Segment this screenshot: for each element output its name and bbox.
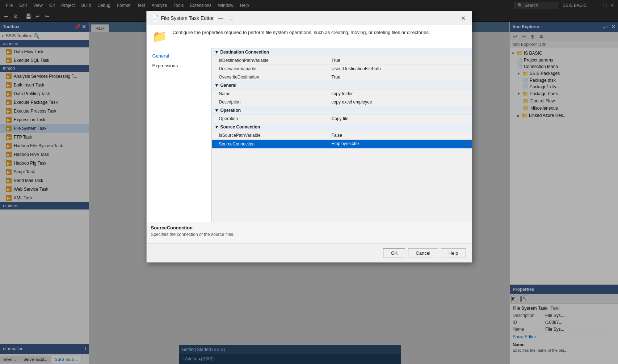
dialog-nav-general[interactable]: General — [147, 51, 211, 61]
row-description-val: copy excel employee — [329, 98, 472, 106]
row-dest-variable-key: DestinationVariable — [212, 65, 329, 73]
op-toggle-icon: ▼ — [215, 108, 219, 113]
row-dest-variable[interactable]: DestinationVariable User::DestinationFil… — [212, 65, 472, 73]
row-is-src-path-var[interactable]: IsSourcePathVariable False — [212, 131, 472, 140]
dialog-title-text: File System Task Editor — [161, 15, 214, 21]
src-toggle-icon: ▼ — [215, 124, 219, 130]
dest-section-label: Destination Connection — [220, 50, 269, 55]
dest-toggle-icon: ▼ — [215, 50, 219, 55]
row-name-val: copy folder — [329, 90, 472, 98]
row-source-connection[interactable]: SourceConnection Employee.xlsx ▼ — [212, 140, 472, 149]
row-is-src-path-var-key: IsSourcePathVariable — [212, 131, 329, 140]
dialog-minimize-btn[interactable]: — — [217, 14, 225, 22]
src-section-label: Source Connection — [220, 124, 260, 130]
row-source-connection-key: SourceConnection — [212, 140, 329, 149]
dialog-title-icon: 📄 — [151, 14, 158, 22]
row-description-key: Description — [212, 98, 329, 106]
dialog-nav-expressions[interactable]: Expressions — [147, 61, 211, 71]
op-section-label: Operation — [220, 108, 241, 113]
row-operation-val: Copy file — [329, 115, 472, 123]
dialog-ok-button[interactable]: OK — [383, 248, 405, 258]
row-dest-variable-val: User::DestinationFilePath — [329, 65, 472, 73]
dialog-footer-desc: SourceConnection Specifies the connectio… — [147, 222, 472, 244]
row-is-dest-path-var-val: True — [329, 56, 472, 65]
row-name[interactable]: Name copy folder — [212, 90, 472, 98]
file-system-task-editor-dialog: 📄 File System Task Editor — □ ✕ 📁 Config… — [146, 11, 472, 263]
dialog-footer-description: Specifies the connection of the source f… — [151, 232, 467, 237]
dialog-titlebar: 📄 File System Task Editor — □ ✕ — [147, 11, 472, 25]
row-is-src-path-var-val: False — [329, 131, 472, 140]
modal-overlay: 📄 File System Task Editor — □ ✕ 📁 Config… — [0, 0, 618, 364]
property-table: ▼ Destination Connection IsDestinationPa… — [212, 48, 472, 149]
dialog-buttons: OK Cancel Help — [147, 244, 472, 262]
section-general[interactable]: ▼ General — [212, 81, 472, 90]
row-operation[interactable]: Operation Copy file — [212, 115, 472, 123]
row-name-key: Name — [212, 90, 329, 98]
row-is-dest-path-var[interactable]: IsDestinationPathVariable True — [212, 56, 472, 65]
gen-section-label: General — [220, 83, 236, 88]
dialog-body: General Expressions ▼ Destination Connec… — [147, 48, 472, 222]
row-overwrite-dest-val: True — [329, 73, 472, 81]
dialog-header-desc: 📁 Configure the properties required to p… — [147, 25, 472, 48]
dialog-cancel-button[interactable]: Cancel — [408, 248, 438, 258]
row-is-dest-path-var-key: IsDestinationPathVariable — [212, 56, 329, 65]
dialog-description: Configure the properties required to per… — [173, 30, 430, 35]
section-operation[interactable]: ▼ Operation — [212, 106, 472, 115]
gen-toggle-icon: ▼ — [215, 83, 219, 88]
row-description[interactable]: Description copy excel employee — [212, 98, 472, 106]
section-source-connection[interactable]: ▼ Source Connection — [212, 123, 472, 131]
section-destination-connection[interactable]: ▼ Destination Connection — [212, 48, 472, 56]
dialog-content-area: ▼ Destination Connection IsDestinationPa… — [212, 48, 472, 222]
dialog-big-icon: 📁 — [152, 30, 167, 43]
dialog-maximize-btn[interactable]: □ — [228, 14, 236, 22]
row-source-connection-val: Employee.xlsx ▼ — [329, 140, 472, 149]
dialog-left-nav: General Expressions — [147, 48, 212, 222]
dialog-close-btn[interactable]: ✕ — [459, 14, 467, 22]
source-connection-dropdown[interactable]: ▼ — [464, 141, 469, 147]
dialog-help-button[interactable]: Help — [441, 248, 466, 258]
row-overwrite-dest[interactable]: OverwriteDestination True — [212, 73, 472, 81]
row-operation-key: Operation — [212, 115, 329, 123]
dialog-footer-title: SourceConnection — [151, 225, 467, 230]
row-overwrite-dest-key: OverwriteDestination — [212, 73, 329, 81]
